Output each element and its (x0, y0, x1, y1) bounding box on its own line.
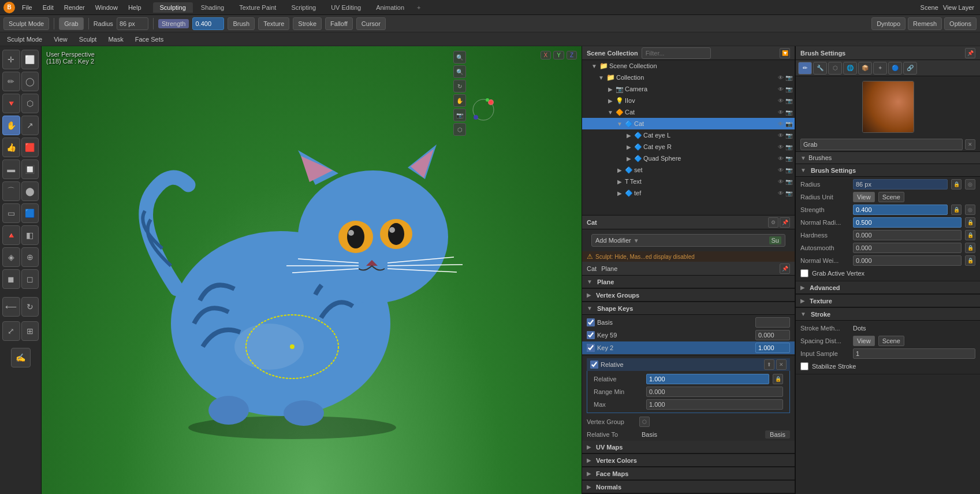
grab-active-checkbox[interactable] (800, 269, 808, 277)
add-modifier-btn[interactable]: Add Modifier ▼ Su (591, 234, 785, 247)
sk-row-key2[interactable]: Key 2 (582, 341, 795, 354)
dyntopo-btn[interactable]: Dyntopo (871, 17, 906, 30)
plane-section-header[interactable]: ▼ Plane (582, 276, 795, 288)
props-settings-icon[interactable]: ⚙ (768, 217, 778, 228)
tool-rotate[interactable]: ↻ (21, 297, 39, 317)
stabilize-stroke-checkbox[interactable] (800, 362, 808, 370)
tab-uv-editing[interactable]: UV Editing (324, 2, 368, 13)
tool-draw[interactable]: ✏ (2, 72, 20, 91)
spacing-view-btn[interactable]: View (853, 336, 875, 346)
fm-section-header[interactable]: ▶ Face Maps (582, 467, 795, 480)
tool-fill[interactable]: 🟦 (21, 203, 39, 223)
tool-multiplane-scrape[interactable]: ◧ (21, 225, 39, 245)
eye-icon-eye-r[interactable]: 👁 (777, 144, 784, 150)
outliner-search[interactable] (642, 47, 711, 59)
brush-tab-material[interactable]: ⬡ (828, 62, 842, 75)
brush-pin-btn[interactable]: 📌 (965, 48, 975, 58)
autosmooth-lock-icon[interactable]: 🔒 (965, 243, 975, 253)
sk-enabled-basis[interactable] (587, 318, 595, 326)
brush-tab-object[interactable]: 📦 (858, 62, 872, 75)
remesh-btn[interactable]: Remesh (908, 17, 942, 30)
sk-enabled-key2[interactable] (587, 344, 595, 352)
render-icon-eye-r[interactable]: 📷 (785, 144, 792, 150)
tree-item-camera[interactable]: ▶ 📷 Camera 👁 📷 (582, 83, 795, 95)
tree-item-set[interactable]: ▶ 🔷 set 👁 📷 (582, 164, 795, 176)
advanced-header[interactable]: ▶ Advanced (796, 281, 980, 294)
tree-item-quad-sphere[interactable]: ▶ 🔷 Quad Sphere 👁 📷 (582, 153, 795, 164)
render-icon-tef[interactable]: 📷 (785, 190, 792, 196)
vc-section-header[interactable]: ▶ Vertex Colors (582, 454, 795, 467)
brush-tab-particles[interactable]: ✦ (873, 62, 887, 75)
uv-section-header[interactable]: ▶ UV Maps (582, 441, 795, 454)
brush-btn[interactable]: Brush (228, 17, 255, 30)
brush-tab-constraints[interactable]: 🔗 (903, 62, 917, 75)
menu-window[interactable]: Window (91, 3, 122, 12)
tool-inflate[interactable]: ⬡ (21, 94, 39, 113)
strength-lock-icon[interactable]: 🔒 (951, 205, 962, 215)
vg-section-header[interactable]: ▶ Vertex Groups (582, 289, 795, 302)
menu-file[interactable]: File (17, 3, 37, 12)
nav-zoom-in[interactable]: 🔍 (453, 51, 466, 64)
tool-pinch[interactable]: 🔻 (2, 94, 20, 113)
strength-driver-icon[interactable]: ◎ (965, 205, 975, 215)
relative-value-input[interactable] (646, 374, 769, 384)
tool-clay[interactable]: 🟥 (21, 138, 39, 157)
radius-lock-icon[interactable]: 🔒 (951, 179, 962, 190)
tab-shading[interactable]: Shading (194, 2, 231, 13)
hardness-input[interactable] (853, 230, 962, 240)
tree-item-collection[interactable]: ▼ 📁 Collection 👁 📷 (582, 72, 795, 83)
bs-section-header[interactable]: ▼ Brush Settings (796, 164, 980, 177)
cursor-btn[interactable]: Cursor (356, 17, 386, 30)
eye-icon-camera[interactable]: 👁 (777, 86, 784, 92)
render-icon-eye-l[interactable]: 📷 (785, 132, 792, 139)
mode-selector[interactable]: Sculpt Mode (3, 17, 49, 30)
menu-edit[interactable]: Edit (38, 3, 58, 12)
eye-icon-col[interactable]: 👁 (777, 75, 784, 81)
sub-face-sets[interactable]: Face Sets (132, 35, 167, 44)
tab-sculpting[interactable]: Sculpting (153, 2, 193, 13)
eye-icon-ilov[interactable]: 👁 (777, 98, 784, 104)
tab-texture-paint[interactable]: Texture Paint (232, 2, 283, 13)
add-workspace-tab[interactable]: + (412, 2, 425, 13)
texture-header[interactable]: ▶ Texture (796, 295, 980, 307)
render-icon-qs[interactable]: 📷 (785, 155, 792, 162)
normal-weight-input[interactable] (853, 255, 962, 266)
tool-smooth[interactable]: ◯ (21, 72, 39, 91)
render-icon-text[interactable]: 📷 (785, 179, 792, 185)
axis-x[interactable]: X (541, 51, 552, 60)
render-icon-col[interactable]: 📷 (785, 75, 792, 81)
nav-perspective[interactable]: ⬡ (453, 123, 466, 136)
range-min-input[interactable] (646, 387, 783, 397)
nav-zoom-out[interactable]: 🔍 (453, 65, 466, 78)
tree-item-cat-parent[interactable]: ▼ 🔶 Cat 👁 📷 (582, 106, 795, 118)
tree-item-ilov[interactable]: ▶ 💡 IIov 👁 📷 (582, 95, 795, 106)
tree-item-scene-collection[interactable]: ▼ 📁 Scene Collection (582, 60, 795, 72)
eye-icon-qs[interactable]: 👁 (777, 155, 784, 162)
sk-section-header[interactable]: ▼ Shape Keys (582, 302, 795, 315)
props-pin-icon[interactable]: 📌 (780, 217, 790, 228)
sub-sculpt-mode[interactable]: Sculpt Mode (3, 35, 46, 44)
brush-tab-tool[interactable]: 🔧 (813, 62, 827, 75)
tool-clay-thumb[interactable]: 🔲 (21, 159, 39, 179)
tool-move[interactable]: ⟵ (2, 297, 20, 317)
falloff-btn[interactable]: Falloff (325, 17, 353, 30)
stroke-header[interactable]: ▼ Stroke (796, 308, 980, 321)
tool-cursor[interactable]: ✛ (2, 50, 20, 69)
tool-grab[interactable]: ✋ (2, 116, 20, 135)
normals-section-header[interactable]: ▶ Normals (582, 481, 795, 493)
tool-crease[interactable]: ⌒ (2, 181, 20, 201)
outliner-content[interactable]: ▼ 📁 Scene Collection ▼ 📁 Collection 👁 📷 … (582, 60, 795, 215)
hardness-lock-icon[interactable]: 🔒 (965, 230, 975, 240)
tool-thumb[interactable]: 👍 (2, 138, 20, 157)
brush-name-input[interactable] (800, 139, 963, 150)
normal-radius-lock-icon[interactable]: 🔒 (965, 217, 975, 228)
relative-paste-icon[interactable]: ✕ (776, 359, 787, 370)
nav-pan[interactable]: ✋ (453, 94, 466, 107)
radius-driver-icon[interactable]: ◎ (965, 179, 975, 190)
input-sample-input[interactable] (853, 348, 975, 359)
relative-enabled[interactable] (590, 361, 598, 369)
tree-item-tef[interactable]: ▶ 🔷 tef 👁 📷 (582, 187, 795, 199)
radius-unit-scene-btn[interactable]: Scene (878, 192, 904, 202)
viewport[interactable]: User Perspective (118) Cat : Key 2 X Y Z… (42, 46, 582, 494)
axis-y[interactable]: Y (553, 51, 564, 60)
